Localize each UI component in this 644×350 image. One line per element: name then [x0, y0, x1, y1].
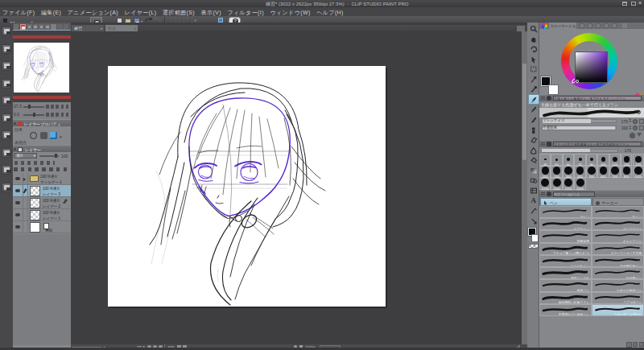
svg-text:A: A	[530, 197, 536, 205]
